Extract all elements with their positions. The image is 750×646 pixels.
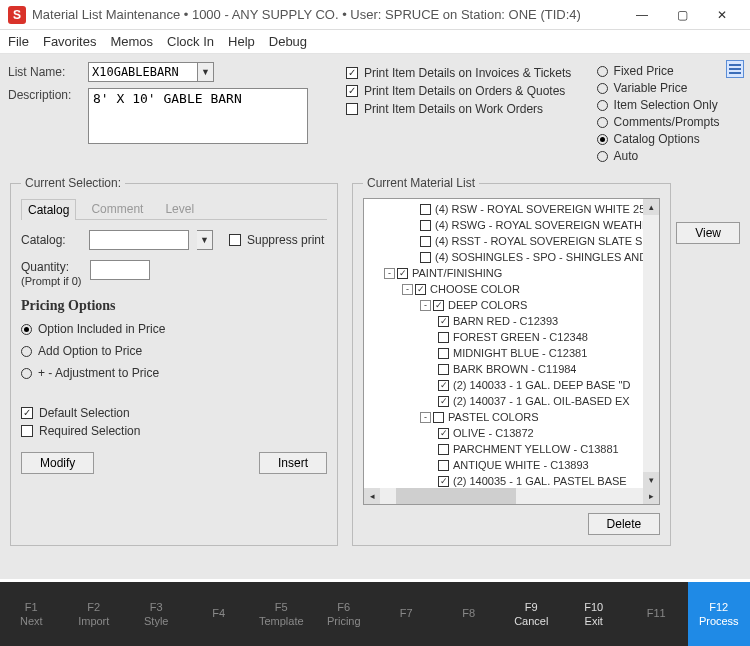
tree-row[interactable]: BARN RED - C12393 bbox=[366, 313, 657, 329]
print-opt-2-label: Print Item Details on Work Orders bbox=[364, 102, 543, 116]
tree-row[interactable]: (4) RSW - ROYAL SOVEREIGN WHITE 25 Y bbox=[366, 201, 657, 217]
fkey-f10[interactable]: F10Exit bbox=[563, 582, 626, 646]
mode-opt-1-radio[interactable] bbox=[597, 83, 608, 94]
print-opt-1-checkbox[interactable] bbox=[346, 85, 358, 97]
pricing-opt-0-radio[interactable] bbox=[21, 324, 32, 335]
tree-row[interactable]: -PAINT/FINISHING bbox=[366, 265, 657, 281]
tree-checkbox[interactable] bbox=[420, 204, 431, 215]
required-selection-label: Required Selection bbox=[39, 424, 140, 438]
mode-opt-0-radio[interactable] bbox=[597, 66, 608, 77]
tree-checkbox[interactable] bbox=[433, 300, 444, 311]
scroll-thumb[interactable] bbox=[396, 488, 516, 504]
delete-button[interactable]: Delete bbox=[588, 513, 661, 535]
pricing-opt-1-radio[interactable] bbox=[21, 346, 32, 357]
tree-checkbox[interactable] bbox=[415, 284, 426, 295]
quantity-input[interactable] bbox=[90, 260, 150, 280]
tree-row[interactable]: (2) 140035 - 1 GAL. PASTEL BASE bbox=[366, 473, 657, 489]
fkey-f4: F4 bbox=[188, 582, 251, 646]
tree-row[interactable]: FOREST GREEN - C12348 bbox=[366, 329, 657, 345]
tree-checkbox[interactable] bbox=[438, 348, 449, 359]
tree-row[interactable]: (4) RSWG - ROYAL SOVEREIGN WEATHER bbox=[366, 217, 657, 233]
description-input[interactable]: 8' X 10' GABLE BARN bbox=[88, 88, 308, 144]
tree-expand-icon[interactable]: - bbox=[384, 268, 395, 279]
catalog-dropdown-icon[interactable]: ▼ bbox=[197, 230, 213, 250]
tree-checkbox[interactable] bbox=[438, 380, 449, 391]
tree-expand-icon[interactable]: - bbox=[402, 284, 413, 295]
tree-checkbox[interactable] bbox=[438, 460, 449, 471]
modify-button[interactable]: Modify bbox=[21, 452, 94, 474]
close-button[interactable]: ✕ bbox=[702, 0, 742, 30]
tree-row[interactable]: (2) 140037 - 1 GAL. OIL-BASED EX bbox=[366, 393, 657, 409]
insert-button[interactable]: Insert bbox=[259, 452, 327, 474]
list-name-dropdown-icon[interactable]: ▼ bbox=[198, 62, 214, 82]
print-opt-2-checkbox[interactable] bbox=[346, 103, 358, 115]
tree-row[interactable]: ANTIQUE WHITE - C13893 bbox=[366, 457, 657, 473]
required-selection-checkbox[interactable] bbox=[21, 425, 33, 437]
maximize-button[interactable]: ▢ bbox=[662, 0, 702, 30]
scroll-up-icon[interactable]: ▴ bbox=[643, 199, 659, 215]
view-button[interactable]: View bbox=[676, 222, 740, 244]
tree-row[interactable]: BARK BROWN - C11984 bbox=[366, 361, 657, 377]
scroll-down-icon[interactable]: ▾ bbox=[643, 472, 659, 488]
tree-row[interactable]: (2) 140033 - 1 GAL. DEEP BASE "D bbox=[366, 377, 657, 393]
tree-checkbox[interactable] bbox=[438, 364, 449, 375]
suppress-print-checkbox[interactable] bbox=[229, 234, 241, 246]
pricing-opt-1-label: Add Option to Price bbox=[38, 344, 142, 358]
mode-opt-4-radio[interactable] bbox=[597, 134, 608, 145]
tree-row[interactable]: MIDNIGHT BLUE - C12381 bbox=[366, 345, 657, 361]
tree-checkbox[interactable] bbox=[438, 332, 449, 343]
tree-checkbox[interactable] bbox=[397, 268, 408, 279]
tree-row[interactable]: OLIVE - C13872 bbox=[366, 425, 657, 441]
tab-comment[interactable]: Comment bbox=[84, 198, 150, 219]
default-selection-checkbox[interactable] bbox=[21, 407, 33, 419]
menu-clock-in[interactable]: Clock In bbox=[167, 34, 214, 49]
list-name-input[interactable] bbox=[88, 62, 198, 82]
material-tree[interactable]: (4) RSW - ROYAL SOVEREIGN WHITE 25 Y(4) … bbox=[363, 198, 660, 505]
fkey-f9[interactable]: F9Cancel bbox=[500, 582, 563, 646]
options-menu-icon[interactable] bbox=[726, 60, 744, 78]
mode-opt-1-label: Variable Price bbox=[614, 81, 688, 95]
catalog-input[interactable] bbox=[89, 230, 189, 250]
pricing-opt-2-radio[interactable] bbox=[21, 368, 32, 379]
tree-checkbox[interactable] bbox=[420, 220, 431, 231]
tree-label: (2) 140033 - 1 GAL. DEEP BASE "D bbox=[453, 379, 630, 391]
tree-row[interactable]: -PASTEL COLORS bbox=[366, 409, 657, 425]
fkey-f12[interactable]: F12Process bbox=[688, 582, 751, 646]
tree-checkbox[interactable] bbox=[438, 316, 449, 327]
menu-favorites[interactable]: Favorites bbox=[43, 34, 96, 49]
tree-row[interactable]: -CHOOSE COLOR bbox=[366, 281, 657, 297]
tree-checkbox[interactable] bbox=[438, 476, 449, 487]
tree-label: ANTIQUE WHITE - C13893 bbox=[453, 459, 589, 471]
tree-row[interactable]: (4) RSST - ROYAL SOVEREIGN SLATE SHI bbox=[366, 233, 657, 249]
menu-help[interactable]: Help bbox=[228, 34, 255, 49]
fkey-f11: F11 bbox=[625, 582, 688, 646]
print-opt-0-checkbox[interactable] bbox=[346, 67, 358, 79]
tree-row[interactable]: -DEEP COLORS bbox=[366, 297, 657, 313]
tab-level[interactable]: Level bbox=[158, 198, 201, 219]
menu-file[interactable]: File bbox=[8, 34, 29, 49]
mode-opt-2-radio[interactable] bbox=[597, 100, 608, 111]
tree-checkbox[interactable] bbox=[438, 428, 449, 439]
tree-horizontal-scrollbar[interactable]: ◂ ▸ bbox=[364, 488, 659, 504]
menu-debug[interactable]: Debug bbox=[269, 34, 307, 49]
tree-label: DEEP COLORS bbox=[448, 299, 527, 311]
mode-opt-5-radio[interactable] bbox=[597, 151, 608, 162]
tree-checkbox[interactable] bbox=[420, 252, 431, 263]
tree-checkbox[interactable] bbox=[433, 412, 444, 423]
tree-row[interactable]: PARCHMENT YELLOW - C13881 bbox=[366, 441, 657, 457]
tree-label: (4) RSWG - ROYAL SOVEREIGN WEATHER bbox=[435, 219, 657, 231]
tree-expand-icon[interactable]: - bbox=[420, 412, 431, 423]
tree-row[interactable]: (4) SOSHINGLES - SPO - SHINGLES AND A bbox=[366, 249, 657, 265]
scroll-right-icon[interactable]: ▸ bbox=[643, 488, 659, 504]
tree-label: PASTEL COLORS bbox=[448, 411, 538, 423]
minimize-button[interactable]: — bbox=[622, 0, 662, 30]
tree-checkbox[interactable] bbox=[420, 236, 431, 247]
menu-memos[interactable]: Memos bbox=[110, 34, 153, 49]
tree-checkbox[interactable] bbox=[438, 396, 449, 407]
tab-catalog[interactable]: Catalog bbox=[21, 199, 76, 220]
tree-vertical-scrollbar[interactable]: ▴ ▾ bbox=[643, 199, 659, 488]
tree-expand-icon[interactable]: - bbox=[420, 300, 431, 311]
tree-checkbox[interactable] bbox=[438, 444, 449, 455]
mode-opt-3-radio[interactable] bbox=[597, 117, 608, 128]
scroll-left-icon[interactable]: ◂ bbox=[364, 488, 380, 504]
